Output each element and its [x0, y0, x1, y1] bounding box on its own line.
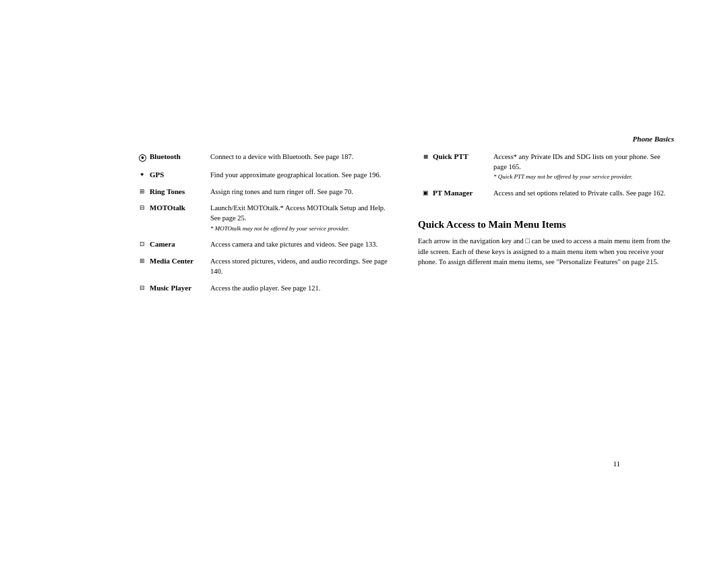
mototalк-note: * MOTOtalk may not be offered by your se…	[210, 225, 349, 232]
quick-access-body: Each arrow in the navigation key and □ c…	[418, 236, 674, 268]
item-mototalк: ⊟ MOTOtalk Launch/Exit MOTOtalk.* Access…	[135, 204, 391, 233]
page-number: 11	[613, 460, 620, 468]
pt-manager-icon: ▣	[418, 189, 433, 196]
music-player-label: Music Player	[150, 284, 210, 292]
section-header-text: Phone Basics	[633, 135, 674, 143]
item-media-center: ⊞ Media Center Access stored pictures, v…	[135, 257, 391, 276]
gps-label: GPS	[150, 170, 210, 179]
camera-desc: Access camera and take pictures and vide…	[210, 240, 391, 250]
item-bluetooth: ⦿ Bluetooth Connect to a device with Blu…	[135, 152, 391, 164]
mototalк-label: MOTOtalk	[150, 204, 210, 212]
ring-tones-desc: Assign ring tones and turn ringer off. S…	[210, 187, 391, 197]
gps-desc: Find your approximate geographical locat…	[210, 170, 391, 181]
mototalк-icon: ⊟	[135, 204, 150, 211]
item-ring-tones: ⊞ Ring Tones Assign ring tones and turn …	[135, 187, 391, 197]
ring-tones-icon: ⊞	[135, 188, 150, 195]
item-camera: ⊡ Camera Access camera and take pictures…	[135, 240, 391, 250]
mototalк-desc: Launch/Exit MOTOtalk.* Access MOTOtalk S…	[210, 204, 391, 233]
item-pt-manager: ▣ PT Manager Access and set options rela…	[418, 189, 674, 199]
two-column-layout: ⦿ Bluetooth Connect to a device with Blu…	[135, 152, 674, 300]
content-area: Phone Basics ⦿ Bluetooth Connect to a de…	[135, 135, 674, 508]
item-gps: ✦ GPS Find your approximate geographical…	[135, 170, 391, 181]
quick-ptt-desc: Access* any Private IDs and SDG lists on…	[493, 152, 674, 182]
quick-ptt-label: Quick PTT	[433, 152, 493, 160]
item-quick-ptt: ◼ Quick PTT Access* any Private IDs and …	[418, 152, 674, 182]
bluetooth-label: Bluetooth	[150, 152, 210, 160]
pt-manager-desc: Access and set options related to Privat…	[493, 189, 674, 199]
quick-access-title: Quick Access to Main Menu Items	[418, 219, 674, 230]
item-music-player: ⊟ Music Player Access the audio player. …	[135, 284, 391, 294]
camera-icon: ⊡	[135, 241, 150, 247]
page: Phone Basics ⦿ Bluetooth Connect to a de…	[0, 0, 728, 562]
bluetooth-desc: Connect to a device with Bluetooth. See …	[210, 152, 391, 162]
media-center-desc: Access stored pictures, videos, and audi…	[210, 257, 391, 276]
ring-tones-label: Ring Tones	[150, 187, 210, 195]
media-center-icon: ⊞	[135, 257, 150, 264]
right-column: ◼ Quick PTT Access* any Private IDs and …	[418, 152, 674, 300]
camera-label: Camera	[150, 240, 210, 248]
left-column: ⦿ Bluetooth Connect to a device with Blu…	[135, 152, 391, 300]
media-center-label: Media Center	[150, 257, 210, 265]
music-player-icon: ⊟	[135, 284, 150, 291]
bluetooth-icon: ⦿	[135, 153, 150, 164]
gps-icon: ✦	[135, 171, 150, 178]
section-header: Phone Basics	[135, 135, 674, 143]
quick-ptt-icon: ◼	[418, 153, 433, 160]
quick-ptt-note: * Quick PTT may not be offered by your s…	[493, 173, 632, 180]
pt-manager-label: PT Manager	[433, 189, 493, 197]
music-player-desc: Access the audio player. See page 121.	[210, 284, 391, 294]
